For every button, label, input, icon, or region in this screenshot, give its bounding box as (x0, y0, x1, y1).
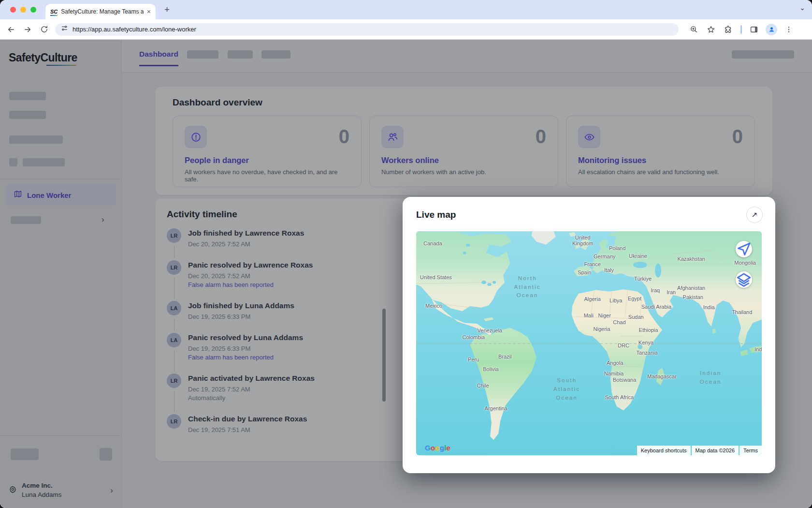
recenter-location-button[interactable] (736, 241, 752, 257)
reload-icon[interactable] (36, 25, 52, 33)
tab-close-icon[interactable]: × (147, 8, 151, 15)
terms-link[interactable]: Terms (740, 446, 762, 455)
google-logo[interactable]: Google (425, 444, 450, 452)
live-map[interactable]: CanadaUnited KingdomPolandGermanyUkraine… (416, 231, 762, 455)
tab-title: SafetyCulture: Manage Teams and... (61, 8, 144, 15)
bookmark-star-icon[interactable] (703, 25, 719, 34)
side-panel-icon[interactable] (746, 25, 762, 34)
map-data-copyright: Map data ©2026 (692, 446, 739, 455)
minimize-window-button[interactable] (20, 7, 26, 13)
map-attribution: Keyboard shortcutsMap data ©2026Terms (637, 446, 762, 455)
forward-icon[interactable] (19, 25, 36, 34)
google-logo-letter: g (440, 444, 444, 452)
browser-window: SC SafetyCulture: Manage Teams and... × … (0, 0, 812, 508)
google-logo-letter: o (431, 444, 435, 452)
site-info-icon[interactable] (61, 25, 68, 34)
browser-menu-icon[interactable] (781, 26, 797, 33)
safetyculture-favicon-icon: SC (50, 9, 58, 15)
url-text[interactable]: https://app.au.safetyculture.com/lone-wo… (72, 26, 196, 33)
browser-tab[interactable]: SC SafetyCulture: Manage Teams and... × (45, 4, 156, 19)
world-map-graphic (416, 231, 762, 455)
extensions-icon[interactable] (720, 25, 737, 34)
google-logo-letter: e (446, 444, 450, 452)
back-icon[interactable] (3, 25, 19, 34)
toolbar-actions (685, 24, 797, 35)
profile-avatar[interactable] (763, 24, 780, 35)
google-logo-letter: G (425, 444, 431, 452)
browser-toolbar: https://app.au.safetyculture.com/lone-wo… (0, 19, 812, 40)
keyboard-shortcuts-link[interactable]: Keyboard shortcuts (637, 446, 691, 455)
new-tab-button[interactable]: + (164, 4, 170, 15)
tab-strip: SC SafetyCulture: Manage Teams and... × … (0, 0, 812, 19)
expand-arrow-icon: ↗ (752, 210, 758, 219)
live-map-title: Live map (416, 209, 456, 220)
app-page: SafetyCulture Lone Worker › (0, 40, 812, 508)
google-logo-letter: o (435, 444, 439, 452)
expand-map-button[interactable]: ↗ (746, 207, 763, 223)
live-map-header: Live map ↗ (403, 197, 775, 223)
url-bar[interactable]: https://app.au.safetyculture.com/lone-wo… (55, 23, 679, 36)
desktop: SC SafetyCulture: Manage Teams and... × … (0, 0, 812, 508)
tab-strip-chevron-icon[interactable]: ⌄ (799, 4, 805, 12)
map-layers-button[interactable] (736, 271, 752, 288)
pinned-extension-indicator (740, 25, 742, 34)
close-window-button[interactable] (10, 7, 16, 13)
live-map-card: Live map ↗ (403, 197, 775, 473)
zoom-page-icon[interactable] (685, 25, 702, 33)
zoom-window-button[interactable] (30, 7, 36, 13)
